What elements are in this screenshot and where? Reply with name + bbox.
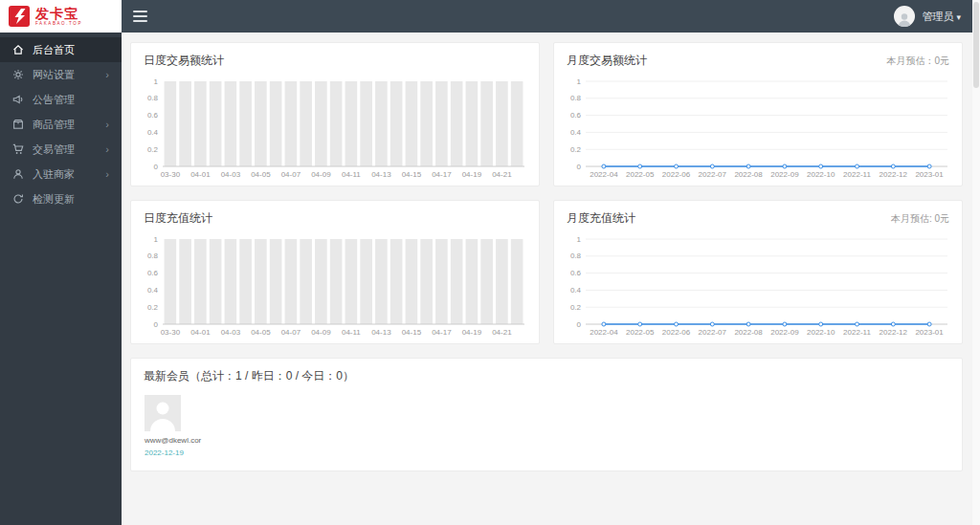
- scrollbar-thumb[interactable]: [973, 2, 979, 88]
- cart-icon: [12, 143, 24, 155]
- card-title: 日度充值统计: [144, 210, 212, 227]
- monthly-trade-chart: 00.20.40.60.812022-042022-052022-062022-…: [557, 74, 959, 183]
- svg-text:0.6: 0.6: [570, 269, 582, 277]
- sidebar-item-announcements[interactable]: 公告管理: [0, 87, 122, 112]
- svg-text:2022-09: 2022-09: [770, 328, 799, 337]
- user-menu[interactable]: 管理员▾: [894, 6, 961, 27]
- main-content: 日度交易额统计 00.20.40.60.8103-3004-0104-0304-…: [122, 33, 972, 525]
- svg-text:2022-08: 2022-08: [734, 170, 763, 179]
- svg-text:04-01: 04-01: [190, 170, 211, 179]
- svg-text:0.2: 0.2: [570, 303, 582, 312]
- announcement-icon: [12, 94, 24, 105]
- svg-text:0.2: 0.2: [147, 303, 159, 312]
- svg-text:0.8: 0.8: [147, 94, 159, 102]
- svg-text:04-03: 04-03: [221, 328, 241, 337]
- chevron-right-icon: ›: [105, 119, 109, 130]
- sidebar-item-products[interactable]: 商品管理 ›: [0, 112, 122, 137]
- svg-text:2023-01: 2023-01: [915, 328, 944, 337]
- svg-text:0.2: 0.2: [147, 145, 159, 154]
- svg-text:04-13: 04-13: [371, 328, 391, 337]
- card-daily-trade: 日度交易额统计 00.20.40.60.8103-3004-0104-0304-…: [130, 42, 540, 186]
- svg-text:0.4: 0.4: [147, 286, 159, 295]
- card-title: 月度交易额统计: [567, 53, 647, 69]
- svg-text:2022-10: 2022-10: [807, 328, 835, 337]
- daily-recharge-chart: 00.20.40.60.8103-3004-0104-0304-0504-070…: [134, 231, 536, 340]
- svg-text:04-05: 04-05: [251, 328, 271, 337]
- sidebar-item-label: 网站设置: [33, 68, 75, 82]
- svg-text:04-11: 04-11: [342, 170, 361, 179]
- merchant-icon: [12, 168, 24, 180]
- monthly-recharge-chart: 00.20.40.60.812022-042022-052022-062022-…: [557, 231, 959, 340]
- user-name: 管理员▾: [922, 10, 961, 24]
- avatar-person-icon: [145, 395, 181, 431]
- svg-text:04-13: 04-13: [371, 170, 391, 179]
- svg-text:04-07: 04-07: [281, 328, 301, 337]
- svg-text:1: 1: [577, 77, 582, 86]
- member-item: www@dkewl.cor 2022-12-19: [131, 389, 217, 457]
- sidebar-item-site-settings[interactable]: 网站设置 ›: [0, 62, 122, 87]
- svg-text:2022-07: 2022-07: [699, 328, 727, 337]
- svg-text:04-15: 04-15: [402, 328, 422, 337]
- svg-text:04-09: 04-09: [311, 328, 331, 337]
- svg-text:0.4: 0.4: [570, 128, 582, 137]
- sidebar-item-merchants[interactable]: 入驻商家 ›: [0, 162, 122, 186]
- sidebar-nav: 后台首页 网站设置 › 公告管理 商品管理 ›: [0, 33, 122, 211]
- svg-text:04-17: 04-17: [432, 328, 452, 337]
- sidebar-item-label: 公告管理: [33, 93, 75, 107]
- brand-logo-icon: [9, 6, 30, 27]
- svg-text:04-19: 04-19: [462, 170, 482, 179]
- svg-text:04-21: 04-21: [492, 328, 512, 337]
- svg-text:2022-04: 2022-04: [590, 328, 618, 337]
- svg-text:04-03: 04-03: [221, 170, 241, 179]
- card-latest-members: 最新会员（总计：1 / 昨日：0 / 今日：0） www@dkewl.cor 2…: [130, 358, 963, 471]
- brand-logo[interactable]: 发卡宝 FAKABAO.TOP: [0, 0, 122, 33]
- sidebar-item-label: 交易管理: [33, 142, 75, 157]
- avatar-person-icon: [896, 11, 913, 27]
- chevron-right-icon: ›: [105, 69, 109, 80]
- sidebar-item-dashboard[interactable]: 后台首页: [0, 37, 122, 62]
- daily-trade-chart: 00.20.40.60.8103-3004-0104-0304-0504-070…: [134, 74, 536, 183]
- svg-text:0.8: 0.8: [570, 94, 582, 102]
- svg-text:2022-06: 2022-06: [662, 328, 691, 337]
- svg-text:04-11: 04-11: [342, 328, 361, 337]
- svg-text:2022-12: 2022-12: [880, 170, 908, 179]
- sidebar-item-label: 后台首页: [33, 43, 75, 57]
- svg-text:0: 0: [154, 163, 159, 171]
- svg-text:1: 1: [577, 235, 582, 244]
- svg-text:1: 1: [154, 77, 159, 86]
- topbar: 管理员▾: [122, 0, 972, 33]
- svg-text:0: 0: [577, 320, 582, 329]
- svg-text:2022-04: 2022-04: [590, 170, 618, 179]
- svg-text:0.4: 0.4: [570, 286, 582, 295]
- svg-text:2022-05: 2022-05: [626, 170, 655, 179]
- sidebar-item-label: 商品管理: [33, 118, 75, 132]
- monthly-estimate: 本月预估：0元: [886, 55, 949, 68]
- sidebar-item-transactions[interactable]: 交易管理 ›: [0, 137, 122, 162]
- members-title: 最新会员（总计：1 / 昨日：0 / 今日：0）: [144, 368, 354, 384]
- svg-text:0: 0: [577, 163, 582, 171]
- sidebar-item-check-update[interactable]: 检测更新: [0, 186, 122, 211]
- svg-text:2022-07: 2022-07: [699, 170, 727, 179]
- svg-text:2022-10: 2022-10: [807, 170, 835, 179]
- card-daily-recharge: 日度充值统计 00.20.40.60.8103-3004-0104-0304-0…: [130, 200, 540, 344]
- caret-down-icon: ▾: [956, 12, 961, 22]
- svg-text:04-05: 04-05: [251, 170, 271, 179]
- scrollbar[interactable]: [972, 0, 980, 525]
- svg-text:04-21: 04-21: [492, 170, 512, 179]
- svg-text:0.6: 0.6: [570, 111, 582, 120]
- svg-text:0.6: 0.6: [147, 111, 159, 120]
- svg-text:2022-09: 2022-09: [770, 170, 799, 179]
- sidebar-item-label: 检测更新: [33, 192, 75, 207]
- svg-text:2022-11: 2022-11: [843, 328, 871, 337]
- sidebar-item-label: 入驻商家: [33, 167, 75, 182]
- svg-text:0.8: 0.8: [147, 252, 159, 260]
- svg-text:1: 1: [154, 235, 159, 244]
- sidebar-toggle-button[interactable]: [133, 11, 147, 22]
- card-title: 月度充值统计: [567, 210, 635, 227]
- svg-text:04-17: 04-17: [432, 170, 452, 179]
- gear-icon: [12, 69, 24, 80]
- member-email: www@dkewl.cor: [145, 436, 204, 445]
- svg-text:04-09: 04-09: [311, 170, 331, 179]
- card-title: 日度交易额统计: [144, 53, 224, 69]
- svg-text:2022-11: 2022-11: [843, 170, 871, 179]
